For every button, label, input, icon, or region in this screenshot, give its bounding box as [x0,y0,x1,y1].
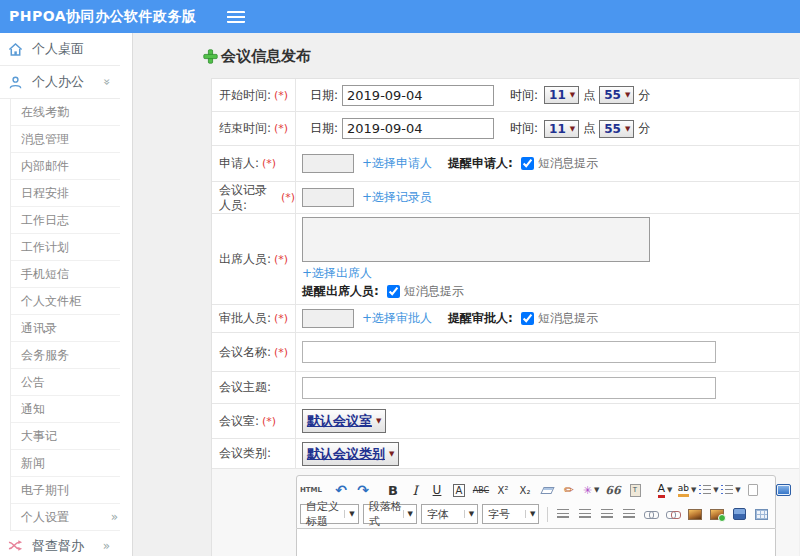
eraser-icon[interactable] [536,480,558,501]
sidebar-subitem-file-cabinet[interactable]: 个人文件柜 [11,288,120,315]
meeting-room-select[interactable]: 默认会议室▼ [302,409,386,433]
approver-sms-checkbox[interactable] [521,312,534,325]
font-size-select[interactable]: 字号▼ [482,504,539,524]
align-center-icon[interactable] [574,504,596,525]
format-brush-icon[interactable]: ✏ [558,480,580,501]
highlight-color-icon[interactable]: ab▼ [676,480,698,501]
superscript-icon[interactable]: X² [492,480,514,501]
quick-format-icon[interactable]: ✳▼ [580,480,602,501]
unlink-icon[interactable] [662,504,684,525]
start-hour-select[interactable]: 11▼ [544,86,579,104]
align-left-icon[interactable] [552,504,574,525]
upload-image-icon[interactable] [706,504,728,525]
fullscreen-icon[interactable] [772,480,794,501]
caret-down-icon: ▼ [464,510,474,518]
sidebar-subitem-sms[interactable]: 手机短信 [11,261,120,288]
meeting-type-select[interactable]: 默认会议类别▼ [302,442,399,466]
caret-down-icon: ▼ [735,486,740,494]
custom-heading-select[interactable]: 自定义标题▼ [300,504,359,524]
end-hour-select[interactable]: 11▼ [544,120,579,138]
align-right-icon[interactable] [596,504,618,525]
meeting-name-input[interactable] [302,341,716,363]
font-style-icon[interactable]: A [448,480,470,501]
paragraph-format-select[interactable]: 段落格式▼ [363,504,417,524]
insert-media-icon[interactable] [728,504,750,525]
remind-approver-label: 提醒审批人: [448,310,513,327]
home-icon [8,42,23,57]
end-date-input[interactable] [342,118,494,139]
sidebar-subitem-schedule[interactable]: 日程安排 [11,180,120,207]
field-label: 审批人员: (*) [212,305,296,332]
caret-down-icon: ▼ [403,510,413,518]
meeting-form: 开始时间: (*) 日期: 时间: 11▼ 点 55▼ 分 结束时间: (*) [211,78,799,556]
caret-down-icon: ▼ [713,486,718,494]
remind-applicant-label: 提醒申请人: [448,155,513,172]
caret-down-icon: ▼ [594,486,599,494]
start-minute-select[interactable]: 55▼ [599,86,634,104]
start-date-input[interactable] [342,85,494,106]
attendees-textarea[interactable] [302,217,650,262]
choose-attendees-link[interactable]: +选择出席人 [302,265,372,282]
sidebar-subitem-internal-mail[interactable]: 内部邮件 [11,153,120,180]
sidebar-item-label: 个人办公 [32,73,84,91]
sidebar-subitem-attendance[interactable]: 在线考勤 [11,99,120,126]
choose-recorder-link[interactable]: +选择记录员 [362,189,432,206]
recorder-input[interactable] [302,188,354,207]
strikethrough-icon[interactable]: ABC [470,480,492,501]
applicant-input[interactable] [302,154,354,173]
required-marker: (*) [274,89,288,102]
subscript-icon[interactable]: X₂ [514,480,536,501]
ordered-list-icon[interactable]: ▼ [698,480,720,501]
paste-icon[interactable]: T [624,480,646,501]
sidebar-subitem-contacts[interactable]: 通讯录 [11,315,120,342]
attendees-sms-checkbox[interactable] [387,285,400,298]
new-page-icon[interactable] [742,480,764,501]
sidebar-item-personal-desktop[interactable]: 个人桌面 [0,33,120,66]
remind-attendees-label: 提醒出席人员: [302,283,379,300]
approver-input[interactable] [302,309,354,328]
font-color-icon[interactable]: A▼ [654,480,676,501]
chevron-double-down-icon: » [99,78,113,85]
undo-icon[interactable]: ↶ [330,480,352,501]
sidebar-subitem-personal-settings[interactable]: 个人设置 » [11,504,120,531]
sidebar-subitem-memorabilia[interactable]: 大事记 [11,423,120,450]
sidebar-subitem-news[interactable]: 新闻 [11,450,120,477]
insert-table-icon[interactable] [750,504,772,525]
editor-content-area[interactable] [296,529,776,556]
caret-down-icon: ▼ [691,486,696,494]
sidebar-subitem-announcements[interactable]: 公告 [11,369,120,396]
caret-down-icon: ▼ [525,510,535,518]
field-label-empty [212,475,296,556]
align-justify-icon[interactable] [618,504,640,525]
required-marker: (*) [274,312,288,325]
font-family-select[interactable]: 字体▼ [421,504,478,524]
sms-label: 短消息提示 [538,310,598,327]
blockquote-icon[interactable]: 66 [602,480,624,501]
sms-label: 短消息提示 [538,155,598,172]
bold-icon[interactable]: B [382,480,404,501]
choose-approver-link[interactable]: +选择审批人 [362,310,432,327]
link-icon[interactable] [640,504,662,525]
sidebar-subitem-notices[interactable]: 通知 [11,396,120,423]
main-content: 会议信息发布 开始时间: (*) 日期: 时间: 11▼ 点 55▼ 分 [133,33,800,556]
meeting-topic-input[interactable] [302,377,716,399]
sidebar-subitem-work-plan[interactable]: 工作计划 [11,234,120,261]
field-label: 会议记录人员: (*) [212,182,296,213]
sidebar-subitem-messages[interactable]: 消息管理 [11,126,120,153]
italic-icon[interactable]: I [404,480,426,501]
end-minute-select[interactable]: 55▼ [599,120,634,138]
top-header: PHPOA协同办公软件政务版 [0,0,800,33]
sidebar-item-personal-office[interactable]: 个人办公 » [0,66,120,99]
sidebar-subitem-work-log[interactable]: 工作日志 [11,207,120,234]
sidebar-subitem-meeting-services[interactable]: 会务服务 [11,342,120,369]
sidebar-item-supervision[interactable]: 督查督办 » [0,531,120,556]
hamburger-icon[interactable] [227,11,245,23]
redo-icon[interactable]: ↷ [352,480,374,501]
choose-applicant-link[interactable]: +选择申请人 [362,155,432,172]
html-source-button[interactable]: HTML [300,480,322,501]
applicant-sms-checkbox[interactable] [521,157,534,170]
sidebar-subitem-e-journal[interactable]: 电子期刊 [11,477,120,504]
underline-icon[interactable]: U [426,480,448,501]
insert-image-icon[interactable] [684,504,706,525]
unordered-list-icon[interactable]: ▼ [720,480,742,501]
